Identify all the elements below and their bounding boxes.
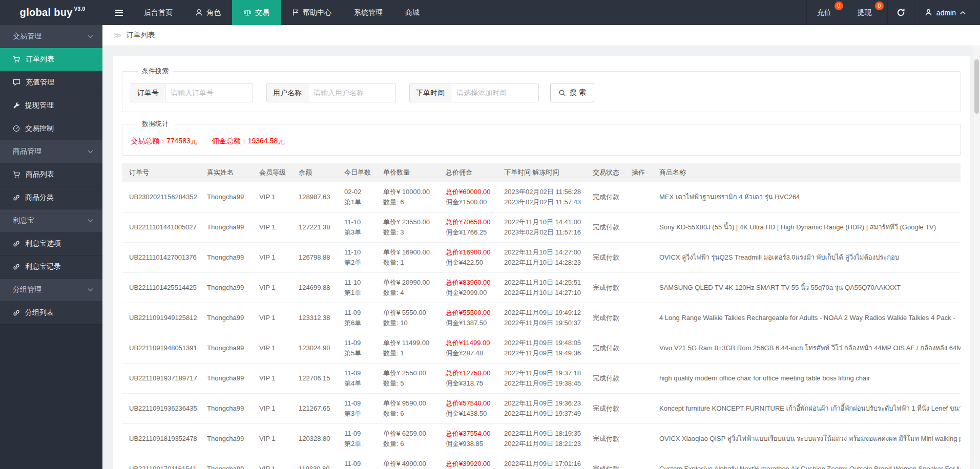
refresh-icon	[896, 8, 905, 17]
order-row: UB2211091937189717 Thongcha99 VIP 1 1227…	[122, 364, 961, 394]
sidebar-item-order-list[interactable]: 订单列表	[0, 48, 102, 71]
nav-item-mall[interactable]: 商城	[394, 0, 431, 25]
recharge-button[interactable]: 充值 0	[806, 0, 847, 25]
order-no-cell: UB2302021156284352	[122, 182, 203, 212]
stats-fieldset: 数据统计 交易总额：774583元佣金总额：19364.58元	[122, 119, 961, 156]
sidebar-item-label: 交易控制	[25, 124, 54, 133]
app-logo[interactable]: global buy V3.0	[0, 0, 105, 25]
order-row: UB2211101427001376 Thongcha99 VIP 1 1267…	[122, 243, 961, 273]
withdraw-button[interactable]: 提现 0	[847, 0, 887, 25]
today-orders-cell: 11-09 第3单	[340, 394, 379, 424]
commission: 佣金¥1766.25	[446, 227, 496, 238]
order-time: 2022年11月09日 18:19:35	[504, 429, 585, 439]
sidebar-group-trade-manage[interactable]: 交易管理	[0, 25, 102, 48]
username-input[interactable]	[308, 83, 396, 102]
commission: 佣金¥1438.50	[446, 409, 496, 419]
unit-qty-cell: 单价¥ 6259.00 数量: 6	[379, 424, 442, 454]
order-seq: 第3单	[344, 227, 375, 238]
search-fieldset: 条件搜索 订单号 用户名称 下单时间	[122, 67, 961, 112]
unfreeze-time: 2022年11月09日 19:37:49	[504, 409, 585, 419]
sidebar-item-trade-control[interactable]: 交易控制	[0, 117, 102, 140]
scrollbar-thumb[interactable]	[974, 59, 979, 114]
chevron-up-icon	[960, 11, 966, 15]
unfreeze-time: 2022年11月10日 14:28:23	[504, 258, 585, 268]
order-no-input[interactable]	[165, 83, 253, 102]
hamburger-icon	[114, 9, 123, 16]
menu-toggle-button[interactable]	[105, 0, 133, 25]
unit-price: 单价¥ 4990.00	[383, 459, 437, 469]
order-row: UB2211091819352478 Thongcha99 VIP 1 1203…	[122, 424, 961, 454]
nav-item-label: 商城	[405, 8, 420, 17]
chevron-down-icon	[88, 34, 93, 38]
vip-level-cell: VIP 1	[255, 424, 295, 454]
vertical-scrollbar[interactable]	[973, 46, 980, 469]
sidebar-item-interest-options[interactable]: 利息宝选项	[0, 232, 102, 255]
product-name-cell: MEX เตาไฟฟ้าฐานเซรามิก 4 หัวเตา รุ่น HVC…	[655, 182, 961, 212]
real-name-cell: Thongcha99	[203, 394, 255, 424]
today-orders-cell: 11-10 第1单	[340, 273, 379, 303]
col-action: 操作	[628, 163, 655, 182]
status-cell: 完成付款	[589, 182, 628, 212]
order-no-field-label: 订单号	[131, 83, 165, 102]
sidebar-item-group-list[interactable]: 分组列表	[0, 302, 102, 325]
balance-cell: 128987.63	[295, 182, 340, 212]
refresh-button[interactable]	[887, 0, 914, 25]
order-time: 2022年11月10日 14:25:51	[504, 278, 585, 288]
product-name-cell: high quality modern office chair for off…	[655, 364, 961, 394]
content-card: 条件搜索 订单号 用户名称 下单时间	[113, 56, 970, 469]
orders-tbody: UB2302021156284352 Thongcha99 VIP 1 1289…	[122, 182, 961, 469]
today-orders-cell: 11-09 第5单	[340, 333, 379, 364]
app-logo-text: global buy	[20, 7, 73, 18]
sidebar-group-group-manage[interactable]: 分组管理	[0, 279, 102, 302]
sidebar-item-label: 分组列表	[25, 308, 54, 317]
content-area: 条件搜索 订单号 用户名称 下单时间	[102, 46, 980, 469]
action-cell	[628, 273, 655, 303]
order-day: 11-09	[344, 398, 375, 409]
sidebar-item-interest-records[interactable]: 利息宝记录	[0, 255, 102, 279]
nav-item-label: 角色	[206, 8, 221, 17]
today-orders-cell: 11-09 第6单	[340, 303, 379, 333]
order-time-input[interactable]	[451, 83, 539, 102]
unit-price: 单价¥ 23550.00	[383, 217, 437, 227]
times-cell: 2022年11月09日 19:37:18 2022年11月09日 19:38:4…	[500, 364, 589, 394]
nav-item-help-center[interactable]: 帮助中心	[281, 0, 343, 25]
product-name-cell: OVICX ลู่วิ่งไฟฟ้า รุ่นQ2S Treadmill มอเ…	[655, 243, 961, 273]
product-name-cell: Koncept furniture KONCEPT FURNITURE เก้า…	[655, 394, 961, 424]
total-commission-cell: 总价¥37554.00 佣金¥938.85	[442, 424, 500, 454]
sidebar-item-withdraw-manage[interactable]: 提现管理	[0, 94, 102, 117]
vip-level-cell: VIP 1	[255, 454, 295, 469]
today-orders-cell: 11-09 第2单	[340, 424, 379, 454]
total-commission-cell: 总价¥12750.00 佣金¥318.75	[442, 364, 500, 394]
balance-cell: 120328.80	[295, 424, 340, 454]
flag-icon	[292, 9, 299, 16]
search-button[interactable]: 搜 索	[550, 83, 594, 102]
order-day: 11-09	[344, 308, 375, 318]
sidebar-group-interest-treasure[interactable]: 利息宝	[0, 209, 102, 232]
nav-item-trade[interactable]: 交易	[232, 0, 281, 25]
cart-icon	[13, 171, 20, 178]
unit-price: 单价¥ 5550.00	[383, 308, 437, 318]
total-price: 总价¥70650.00	[446, 217, 496, 227]
username-field-label: 用户名称	[266, 83, 308, 102]
nav-item-system[interactable]: 系统管理	[343, 0, 394, 25]
user-menu[interactable]: admin	[914, 0, 980, 25]
nav-item-dashboard[interactable]: 后台首页	[133, 0, 184, 25]
today-orders-cell: 11-09 第4单	[340, 364, 379, 394]
quantity: 数量: 3	[383, 227, 437, 238]
sidebar-item-goods-list[interactable]: 商品列表	[0, 163, 102, 186]
quantity: 数量: 4	[383, 288, 437, 298]
search-legend: 条件搜索	[138, 67, 173, 76]
sidebar-item-recharge-manage[interactable]: 充值管理	[0, 71, 102, 94]
nav-item-roles[interactable]: 角色	[184, 0, 232, 25]
balance-cell: 121267.65	[295, 394, 340, 424]
sidebar-item-goods-category[interactable]: 商品分类	[0, 186, 102, 209]
order-no-cell: UB2211101427001376	[122, 243, 203, 273]
times-cell: 2022年11月09日 19:36:23 2022年11月09日 19:37:4…	[500, 394, 589, 424]
today-orders-cell: 11-09 第1单	[340, 454, 379, 469]
unfreeze-time: 2022年11月09日 19:49:36	[504, 348, 585, 358]
action-cell	[628, 212, 655, 243]
quantity: 数量: 6	[383, 439, 437, 449]
sidebar-group-goods-manage[interactable]: 商品管理	[0, 140, 102, 163]
total-commission-cell: 总价¥11499.00 佣金¥287.48	[442, 333, 500, 364]
action-cell	[628, 454, 655, 469]
